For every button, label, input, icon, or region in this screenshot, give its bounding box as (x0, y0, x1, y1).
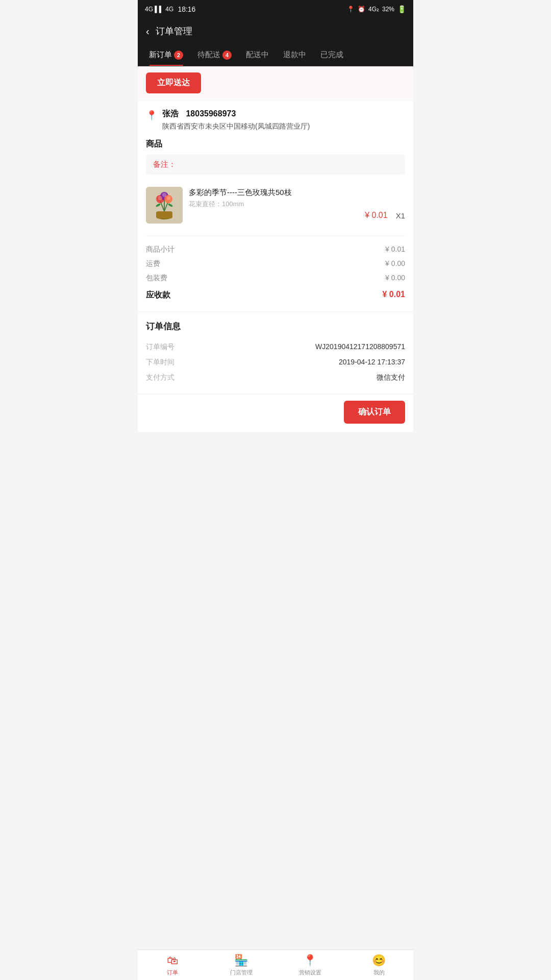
product-image (146, 187, 183, 224)
tab-refund[interactable]: 退款中 (276, 44, 313, 66)
tab-done-label: 已完成 (320, 50, 343, 60)
product-item: 多彩的季节----三色玫瑰共50枝 花束直径：100mm ¥ 0.01 X1 (146, 182, 405, 229)
tab-pending-delivery-badge: 4 (222, 51, 232, 60)
status-right: 📍 ⏰ 4G₂ 32% 🔋 (347, 5, 406, 13)
product-name: 多彩的季节----三色玫瑰共50枝 (189, 187, 405, 198)
product-thumbnail (146, 187, 183, 224)
order-number-label: 订单编号 (146, 342, 174, 352)
location-icon: 📍 (347, 6, 355, 13)
svg-rect-2 (156, 211, 172, 218)
tab-new-orders-label: 新订单 (149, 50, 172, 60)
shipping-row: 运费 ¥ 0.00 (146, 257, 405, 271)
tab-pending-delivery[interactable]: 待配送 4 (190, 44, 239, 66)
total-row: 应收款 ¥ 0.01 (146, 287, 405, 303)
total-value: ¥ 0.01 (383, 290, 405, 301)
location-pin-icon: 📍 (146, 110, 157, 121)
shipping-label: 运费 (146, 259, 160, 268)
svg-point-9 (158, 196, 162, 200)
order-info-section: 订单信息 订单编号 WJ20190412171208809571 下单时间 20… (138, 312, 413, 394)
payment-value: 微信支付 (377, 373, 405, 382)
price-summary: 商品小计 ¥ 0.01 运费 ¥ 0.00 包装费 ¥ 0.00 应收款 ¥ 0… (146, 236, 405, 303)
svg-point-10 (162, 193, 166, 197)
remark-label: 备注： (153, 160, 176, 168)
total-label: 应收款 (146, 290, 170, 301)
confirm-area: 确认订单 (138, 395, 413, 432)
order-number-value: WJ20190412171208809571 (315, 342, 405, 352)
subtotal-row: 商品小计 ¥ 0.01 (146, 242, 405, 257)
page-title: 订单管理 (156, 25, 192, 37)
status-bar: 4G ▌▌ 4G 18:16 📍 ⏰ 4G₂ 32% 🔋 (138, 0, 413, 18)
remark-box: 备注： (146, 155, 405, 175)
subtotal-label: 商品小计 (146, 245, 174, 254)
address-detail: 陕西省西安市未央区中国移动(凤城四路营业厅) (162, 121, 310, 132)
order-time-label: 下单时间 (146, 358, 174, 367)
confirm-order-button[interactable]: 确认订单 (344, 401, 405, 424)
product-info: 多彩的季节----三色玫瑰共50枝 花束直径：100mm ¥ 0.01 X1 (189, 187, 405, 220)
recipient-phone: 18035968973 (186, 109, 236, 118)
order-time-value: 2019-04-12 17:13:37 (339, 358, 405, 367)
product-spec: 花束直径：100mm (189, 200, 405, 209)
packaging-row: 包装费 ¥ 0.00 (146, 271, 405, 285)
delivery-banner: 立即送达 (138, 66, 413, 100)
subtotal-value: ¥ 0.01 (385, 245, 405, 254)
back-button[interactable]: ‹ (146, 26, 149, 37)
tab-pending-delivery-label: 待配送 (197, 50, 220, 60)
signal-icon: 4G ▌▌ (145, 6, 163, 13)
status-left: 4G ▌▌ 4G 18:16 (145, 5, 195, 13)
alarm-icon: ⏰ (358, 6, 365, 13)
battery-percent: 32% (382, 6, 394, 13)
tab-bar: 新订单 2 待配送 4 配送中 退款中 已完成 (138, 44, 413, 66)
order-number-row: 订单编号 WJ20190412171208809571 (146, 339, 405, 355)
order-info-title: 订单信息 (146, 321, 405, 332)
payment-row: 支付方式 微信支付 (146, 370, 405, 385)
tab-new-orders-badge: 2 (174, 51, 183, 60)
tab-delivering[interactable]: 配送中 (239, 44, 276, 66)
content-area: 立即送达 📍 张浩 18035968973 陕西省西安市未央区中国移动(凤城四路… (138, 66, 413, 468)
instant-delivery-button[interactable]: 立即送达 (146, 72, 201, 93)
packaging-label: 包装费 (146, 274, 167, 283)
svg-point-11 (166, 196, 170, 200)
tab-refund-label: 退款中 (283, 50, 306, 60)
order-card: 📍 张浩 18035968973 陕西省西安市未央区中国移动(凤城四路营业厅) … (138, 101, 413, 311)
network-type2: 4G₂ (368, 6, 379, 13)
time: 18:16 (178, 5, 195, 13)
order-time-row: 下单时间 2019-04-12 17:13:37 (146, 355, 405, 370)
address-row: 📍 张浩 18035968973 陕西省西安市未央区中国移动(凤城四路营业厅) (146, 109, 405, 132)
shipping-value: ¥ 0.00 (385, 259, 405, 268)
product-price: ¥ 0.01 (365, 211, 387, 220)
header: ‹ 订单管理 (138, 18, 413, 44)
tab-new-orders[interactable]: 新订单 2 (142, 44, 190, 66)
address-info: 张浩 18035968973 陕西省西安市未央区中国移动(凤城四路营业厅) (162, 109, 310, 132)
tab-delivering-label: 配送中 (246, 50, 269, 60)
product-price-row: ¥ 0.01 X1 (189, 211, 405, 220)
packaging-value: ¥ 0.00 (385, 274, 405, 283)
product-qty: X1 (396, 211, 405, 220)
battery-icon: 🔋 (397, 5, 406, 13)
network-type: 4G (165, 6, 173, 13)
goods-section-title: 商品 (146, 139, 405, 150)
payment-label: 支付方式 (146, 373, 174, 382)
recipient-name: 张浩 (162, 109, 179, 118)
tab-done[interactable]: 已完成 (313, 44, 350, 66)
